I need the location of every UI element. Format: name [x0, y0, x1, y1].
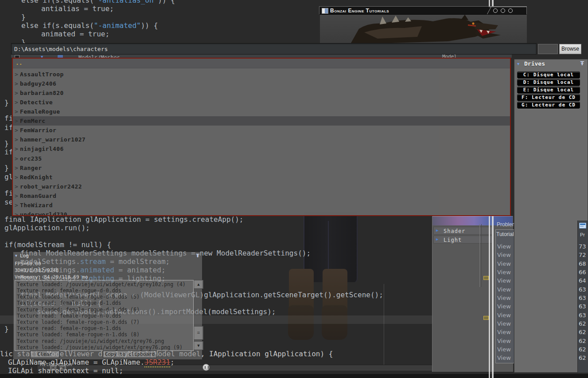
splitter-handle[interactable]	[483, 276, 489, 280]
path-input[interactable]	[11, 43, 537, 55]
browse-button[interactable]: Browse	[559, 44, 581, 54]
log-message-list[interactable]: Texture loaded: /jouvieje/ui/widget/ext/…	[15, 280, 194, 351]
drive-button-g[interactable]: G: Lecteur de CD	[517, 102, 580, 109]
log-scrollbar[interactable]: ▲ = ▼	[194, 280, 203, 350]
memory-stat: VmMemory: 84.29/118.69 mo	[15, 274, 88, 280]
scroll-handle[interactable]: =	[194, 326, 203, 340]
chevron-down-icon[interactable]: ▼	[517, 62, 519, 66]
list-item[interactable]: View	[497, 312, 511, 319]
list-item[interactable]: View	[497, 277, 511, 284]
light-panel-header[interactable]: ▶ Light	[433, 236, 493, 244]
models-tree-row[interactable]: ▼ Models/Meshes	[11, 55, 512, 58]
list-item[interactable]: View	[497, 286, 511, 293]
code-line: antialias = true;	[41, 4, 114, 13]
list-item[interactable]: >RedKnight	[13, 173, 510, 182]
window-button-maximize[interactable]	[501, 8, 505, 13]
drive-button-c[interactable]: C: Disque local	[517, 71, 580, 79]
list-item[interactable]: >robot_warrior2422	[13, 182, 510, 191]
shader-panel-header[interactable]: ▶ Shader	[433, 227, 493, 235]
copy-to-clipboard-button[interactable]: Copy to clipboard	[103, 350, 157, 358]
log-line: Texture read: female-rogue-n-0.dds	[17, 313, 121, 319]
scroll-up-button[interactable]: ▲	[194, 280, 203, 289]
drives-panel-title: Drives	[524, 60, 545, 67]
code-line: else if(s.equals("-antialias_on")) {	[21, 0, 175, 4]
titlebar-tab-edge	[487, 7, 491, 14]
list-item[interactable]: View	[497, 260, 511, 267]
splitter-handle[interactable]	[483, 316, 489, 320]
list-item[interactable]: View	[497, 346, 511, 353]
up-directory-entry[interactable]: ..	[16, 59, 23, 66]
view-count: 68	[579, 260, 586, 267]
drive-button-f[interactable]: F: Lecteur de CD	[517, 94, 580, 101]
list-item[interactable]: View	[497, 338, 511, 344]
model-viewport[interactable]	[319, 15, 527, 43]
list-item[interactable]: >Ranger	[13, 163, 510, 173]
timeline-slider-track[interactable]	[38, 365, 483, 370]
bonzai-window-titlebar[interactable]: Bonzai Engine Tutorials	[319, 6, 527, 15]
log-line: Texture loaded: female-rogue-n-0.dds (7)	[17, 319, 140, 325]
list-item[interactable]: >AssaultTroop	[13, 70, 510, 79]
list-item[interactable]: >badguy2406	[13, 79, 510, 88]
list-item[interactable]: >TheWizard	[13, 201, 510, 210]
pin-icon[interactable]: Ŧ	[196, 253, 199, 259]
drive-button-d[interactable]: D: Disque local	[517, 79, 580, 86]
code-line: else if(s.equals("-animated")) {	[21, 21, 158, 30]
window-button-close[interactable]	[508, 8, 513, 13]
log-line: Texture loaded: female-rogue-n-1.dds (8)	[17, 331, 140, 338]
monitor-icon	[579, 223, 586, 228]
log-line: Texture read: female-rogue-n-1.dds	[17, 325, 121, 331]
splitter-lines-bottom[interactable]	[489, 216, 494, 378]
list-item[interactable]: >underworld730	[13, 210, 510, 216]
list-item[interactable]: >FemWarrior	[13, 126, 510, 135]
list-item[interactable]: >ninjagirl406	[13, 144, 510, 154]
code-fragment: }	[4, 98, 9, 107]
list-item[interactable]: View	[497, 303, 511, 310]
log-panel: ▼ Log Ŧ FPS=60.00 3D=3/1/382/9248 VmMemo…	[13, 252, 202, 359]
log-line: Texture loaded: female-rogue-d-0.dds (5)	[17, 294, 140, 300]
list-item[interactable]: View	[497, 243, 511, 250]
render-stat: 3D=3/1/382/9248	[15, 268, 58, 273]
window-button-minimize[interactable]	[493, 8, 498, 13]
log-line: Texture read: /jouvieje/ui/widget/ext/gr…	[17, 338, 164, 344]
app-icon	[322, 8, 328, 14]
coat-slit	[328, 221, 329, 279]
list-item[interactable]: View	[497, 269, 511, 276]
fps-stat: FPS=60.00	[15, 261, 41, 267]
chevron-down-icon[interactable]: ▼	[41, 55, 43, 58]
list-item[interactable]: View	[497, 354, 511, 361]
window-title: Bonzai Engine Tutorials	[330, 7, 389, 14]
list-item[interactable]: View	[497, 252, 511, 258]
screen: else if(s.equals("-antialias_on")) { ant…	[0, 0, 588, 378]
list-item[interactable]: >barbarian820	[13, 88, 510, 98]
tutorials-list-panel: Problem Tutorial View View View View Vie…	[495, 220, 515, 364]
splitter-lines-top[interactable]	[489, 0, 494, 6]
parent-dir-row[interactable]: ..	[13, 59, 510, 68]
clear-button[interactable]: Clear	[30, 350, 59, 358]
log-line: Texture loaded: /jouvieje/ui/widget/ext/…	[17, 344, 183, 350]
code-line: animated = true;	[41, 30, 109, 38]
list-item[interactable]: >RomanGuard	[13, 191, 510, 201]
view-count: 64	[579, 277, 586, 284]
list-item[interactable]: >FemaleRogue	[13, 107, 510, 116]
problems-tab[interactable]: Problem	[497, 221, 515, 228]
scroll-down-button[interactable]: ▼	[194, 341, 203, 350]
wolf-creature-model	[338, 15, 524, 43]
chevron-down-icon[interactable]: ▼	[15, 254, 17, 258]
view-count: 66	[579, 269, 586, 276]
file-browser-dialog: .. >AssaultTroop >badguy2406 >barbarian8…	[12, 58, 511, 216]
list-item[interactable]: >Detective	[13, 98, 510, 107]
drive-button-e[interactable]: E: Disque local	[517, 87, 580, 94]
list-item[interactable]: View	[497, 295, 511, 301]
list-item-selected[interactable]: >FemMerc	[13, 116, 510, 126]
list-item[interactable]: >hammer_warrior1027	[13, 135, 510, 144]
pin-icon[interactable]: Ŧ	[580, 60, 584, 67]
view-count: 62	[579, 354, 586, 361]
list-item[interactable]: View	[497, 320, 511, 327]
secondary-field[interactable]	[538, 44, 558, 54]
code-line: if(modelStream != null) {	[4, 240, 111, 249]
code-line: }	[4, 325, 9, 333]
log-line: Texture read: female-rogue-d-1.dds	[17, 300, 121, 306]
list-item[interactable]: >orc235	[13, 154, 510, 163]
timeline-slider-knob[interactable]	[202, 364, 210, 371]
list-item[interactable]: View	[497, 329, 511, 335]
